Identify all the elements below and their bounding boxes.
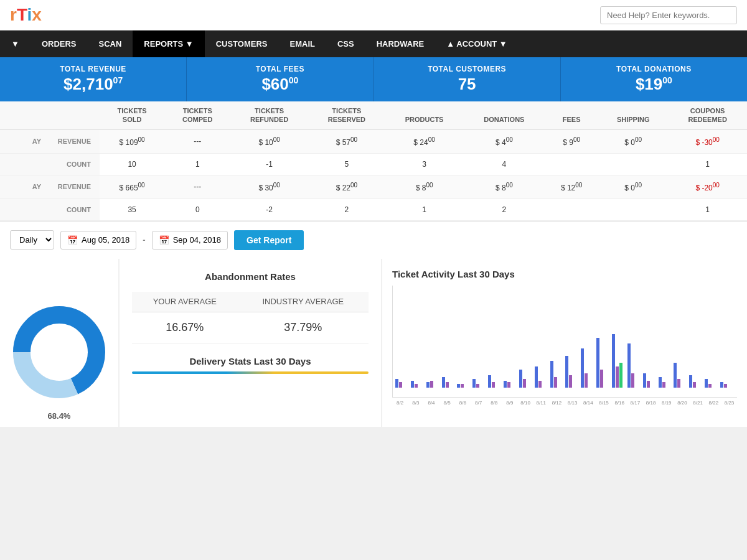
nav-hardware[interactable]: HARDWARE <box>365 30 436 57</box>
ab-industry-avg-value: 37.79% <box>238 312 369 343</box>
nav-dropdown-1[interactable]: ▼ <box>0 30 31 57</box>
cell-tr-c1: -1 <box>230 153 308 175</box>
cell-prod-c1: 3 <box>385 153 464 175</box>
report-table-container: TICKETSSOLD TICKETSCOMPED TICKETSREFUNDE… <box>0 101 747 221</box>
date-to-picker[interactable]: 📅 Sep 04, 2018 <box>152 231 228 250</box>
date-separator: - <box>143 235 145 245</box>
cell-coup-r1: $ -3000 <box>668 129 747 153</box>
cell-fees-c2 <box>545 198 598 220</box>
help-search[interactable] <box>600 6 737 24</box>
nav-email[interactable]: EMAIL <box>279 30 326 57</box>
stat-total-donations: TOTAL DONATIONS $1900 <box>561 57 747 101</box>
stat-fees-value: $6000 <box>192 75 368 94</box>
bottom-panels: 68.4% Abandonment Rates Your Average Ind… <box>0 259 747 427</box>
row-type-count-2: COUNT <box>50 198 100 220</box>
day-label-1: AY <box>0 129 50 153</box>
th-shipping: SHIPPING <box>598 101 668 129</box>
day-label-4 <box>0 198 50 220</box>
help-input[interactable] <box>600 6 737 24</box>
main-nav: ▼ ORDERS SCAN REPORTS ▼ CUSTOMERS EMAIL … <box>0 30 747 57</box>
th-empty-1 <box>0 101 50 129</box>
report-table: TICKETSSOLD TICKETSCOMPED TICKETSREFUNDE… <box>0 101 747 221</box>
ab-your-avg-header: Your Average <box>132 292 238 312</box>
row-type-count-1: COUNT <box>50 153 100 175</box>
stat-revenue-label: TOTAL REVENUE <box>5 65 181 73</box>
nav-account[interactable]: ▲ ACCOUNT ▼ <box>435 30 518 57</box>
stat-customers-value: 75 <box>379 75 555 94</box>
top-bar: rTix <box>0 0 747 30</box>
stat-fees-label: TOTAL FEES <box>192 65 368 73</box>
table-row: AY REVENUE $ 66500 --- $ 3000 $ 2200 $ 8… <box>0 175 747 198</box>
day-label-3: AY <box>0 175 50 198</box>
th-tickets-refunded: TICKETSREFUNDED <box>230 101 308 129</box>
cell-prod-r2: $ 800 <box>385 175 464 198</box>
th-coupons: COUPONSREDEEMED <box>668 101 747 129</box>
cell-ts-c1: 10 <box>100 153 164 175</box>
cell-tc-c1: 1 <box>164 153 230 175</box>
cell-tc-c2: 0 <box>164 198 230 220</box>
cell-ship-c1 <box>598 153 668 175</box>
cell-ship-r2: $ 000 <box>598 175 668 198</box>
cell-tres-c1: 5 <box>308 153 385 175</box>
nav-customers[interactable]: CUSTOMERS <box>205 30 279 57</box>
nav-css[interactable]: CSS <box>326 30 365 57</box>
th-tickets-sold: TICKETSSOLD <box>100 101 164 129</box>
th-tickets-reserved: TICKETSRESERVED <box>308 101 385 129</box>
table-row: AY REVENUE $ 10900 --- $ 1000 $ 5700 $ 2… <box>0 129 747 153</box>
chart-x-labels: 8/28/38/48/58/68/78/88/98/108/118/128/13… <box>392 399 737 406</box>
row-type-revenue-2: REVENUE <box>50 175 100 198</box>
abandonment-title: Abandonment Rates <box>132 271 369 282</box>
nav-orders[interactable]: ORDERS <box>31 30 88 57</box>
cell-ts-r2: $ 66500 <box>100 175 164 198</box>
cell-ts-r1: $ 10900 <box>100 129 164 153</box>
delivery-bar <box>132 371 369 374</box>
abandonment-table: Your Average Industry Average 16.67% 37.… <box>132 292 369 344</box>
chart-panel: Ticket Activity Last 30 Days 8/28/38/48/… <box>382 259 747 427</box>
th-empty-2 <box>50 101 100 129</box>
cell-tc-r2: --- <box>164 175 230 198</box>
calendar-icon-from: 📅 <box>67 235 78 245</box>
get-report-button[interactable]: Get Report <box>234 230 304 250</box>
logo: rTix <box>10 5 42 25</box>
chart-title: Ticket Activity Last 30 Days <box>392 269 737 279</box>
cell-fees-r1: $ 900 <box>545 129 598 153</box>
calendar-icon-to: 📅 <box>159 235 169 245</box>
cell-don-r2: $ 800 <box>463 175 545 198</box>
th-fees: FEES <box>545 101 598 129</box>
nav-reports[interactable]: REPORTS ▼ <box>133 30 204 57</box>
cell-tr-r1: $ 1000 <box>230 129 308 153</box>
date-from-value: Aug 05, 2018 <box>82 235 129 245</box>
ab-your-avg-value: 16.67% <box>132 312 238 343</box>
stat-total-fees: TOTAL FEES $6000 <box>187 57 374 101</box>
ab-industry-avg-header: Industry Average <box>238 292 369 312</box>
cell-don-r1: $ 400 <box>463 129 545 153</box>
date-to-value: Sep 04, 2018 <box>173 235 221 245</box>
stat-customers-label: TOTAL CUSTOMERS <box>379 65 555 73</box>
cell-tr-c2: -2 <box>230 198 308 220</box>
cell-prod-c2: 1 <box>385 198 464 220</box>
cell-tres-r1: $ 5700 <box>308 129 385 153</box>
donut-panel: 68.4% <box>0 259 118 427</box>
cell-coup-c2: 1 <box>668 198 747 220</box>
nav-scan[interactable]: SCAN <box>88 30 133 57</box>
cell-prod-r1: $ 2400 <box>385 129 464 153</box>
cell-tres-c2: 2 <box>308 198 385 220</box>
date-from-picker[interactable]: 📅 Aug 05, 2018 <box>60 231 136 250</box>
day-label-2 <box>0 153 50 175</box>
cell-don-c2: 2 <box>463 198 545 220</box>
report-type-select[interactable]: Daily <box>10 230 54 250</box>
abandonment-panel: Abandonment Rates Your Average Industry … <box>120 259 381 427</box>
stat-total-revenue: TOTAL REVENUE $2,71007 <box>0 57 187 101</box>
cell-coup-c1: 1 <box>668 153 747 175</box>
bar-chart <box>392 286 737 398</box>
th-donations: DONATIONS <box>463 101 545 129</box>
stat-donations-label: TOTAL DONATIONS <box>566 65 742 73</box>
cell-coup-r2: $ -2000 <box>668 175 747 198</box>
cell-ship-r1: $ 000 <box>598 129 668 153</box>
row-type-revenue-1: REVENUE <box>50 129 100 153</box>
cell-fees-r2: $ 1200 <box>545 175 598 198</box>
cell-don-c1: 4 <box>463 153 545 175</box>
cell-tc-r1: --- <box>164 129 230 153</box>
table-row: COUNT 35 0 -2 2 1 2 1 <box>0 198 747 220</box>
delivery-stats-title: Delivery Stats Last 30 Days <box>132 356 369 366</box>
